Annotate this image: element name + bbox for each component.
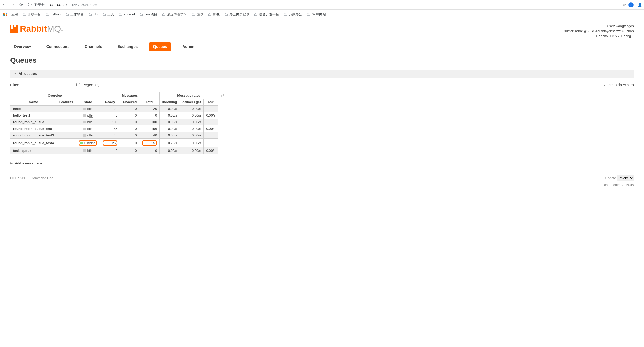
globe-icon[interactable]: ✕ <box>628 2 634 7</box>
plusminus-toggle[interactable]: +/- <box>221 92 225 98</box>
url-text: 47.244.28.93:15672/#/queues <box>50 3 97 7</box>
cell-ready: 156 <box>100 125 120 132</box>
col-state[interactable]: State <box>76 99 100 105</box>
back-icon[interactable]: ← <box>2 2 7 7</box>
browser-toolbar: ← → ⟳ ⓘ 不安全 | 47.244.28.93:15672/#/queue… <box>0 0 644 10</box>
section-all-queues[interactable]: ▼ All queues <box>10 70 634 78</box>
cmd-line-link[interactable]: Command Line <box>31 176 53 180</box>
user-icon[interactable]: 👤 <box>638 3 642 7</box>
col-ready[interactable]: Ready <box>100 99 120 105</box>
cell-incoming: 0.00/s <box>160 119 180 125</box>
folder-icon: 🗀 <box>65 12 69 16</box>
header-info: User: wangfangch Cluster: rabbit@iZj6c51… <box>563 24 634 39</box>
bookmark-folder[interactable]: 🗀工具 <box>102 12 114 17</box>
state-dot-icon <box>83 108 86 110</box>
col-deliver-get[interactable]: deliver / get <box>180 99 204 105</box>
bookmark-folder[interactable]: 🗀工作平台 <box>65 12 84 17</box>
group-rates: Message rates <box>160 92 218 99</box>
tab-queues[interactable]: Queues <box>149 42 171 51</box>
cell-features <box>57 112 76 119</box>
folder-icon: 🗀 <box>46 12 49 16</box>
table-row: round_robin_queue_testidle15601560.00/s0… <box>10 125 218 132</box>
cell-name[interactable]: round_robin_queue <box>10 119 57 125</box>
cell-deliver: 0.00/s <box>180 138 204 147</box>
bookmark-folder[interactable]: 🗀语音开发平台 <box>254 12 279 17</box>
erlang-link[interactable]: Erlang 1 <box>621 34 634 38</box>
cell-deliver: 0.00/s <box>180 119 204 125</box>
table-group-row: Overview Messages Message rates <box>10 92 218 99</box>
http-api-link[interactable]: HTTP API <box>10 176 25 180</box>
col-incoming[interactable]: incoming <box>160 99 180 105</box>
apps-icon[interactable] <box>3 13 7 16</box>
rabbitmq-logo[interactable]: RabbitMQ™ <box>10 24 64 34</box>
tab-admin[interactable]: Admin <box>179 42 198 51</box>
tab-exchanges[interactable]: Exchanges <box>114 42 141 51</box>
bookmark-label: 语音开发平台 <box>259 12 279 17</box>
update-select[interactable]: every <box>617 175 634 181</box>
footer: HTTP API | Command Line Update every <box>10 172 634 181</box>
bookmark-folder[interactable]: 🗀android <box>119 12 135 17</box>
cell-state: idle <box>76 112 100 119</box>
cell-name[interactable]: hello_test1 <box>10 112 57 119</box>
cell-name[interactable]: task_queue <box>10 147 57 154</box>
bookmark-folder[interactable]: 🗀java项目 <box>139 12 157 17</box>
bookmark-folder[interactable]: 🗀办公网页登录 <box>224 12 249 17</box>
cell-name[interactable]: round_robin_queue_test4 <box>10 138 57 147</box>
col-ack[interactable]: ack <box>204 99 218 105</box>
items-count: 7 items (show at m <box>604 83 634 87</box>
info-icon[interactable]: ⓘ <box>28 2 32 7</box>
col-total[interactable]: Total <box>139 99 160 105</box>
cluster-link[interactable]: rabbit@iZj6c51e3fbtaydnscnwf8Z <box>575 29 625 33</box>
cell-ack: 0.00/s <box>204 112 218 119</box>
url-bar[interactable]: ⓘ 不安全 | 47.244.28.93:15672/#/queues <box>25 2 620 7</box>
bookmark-folder[interactable]: 🗀python <box>46 12 61 17</box>
cell-name[interactable]: round_robin_queue_test <box>10 125 57 132</box>
cell-ack <box>204 132 218 138</box>
tab-overview[interactable]: Overview <box>10 42 35 51</box>
change-link[interactable]: (chan <box>625 29 634 33</box>
bookmark-folder[interactable]: 🗀面试 <box>192 12 203 17</box>
bookmark-folder[interactable]: 🗀开放平台 <box>23 12 41 17</box>
filter-label: Filter: <box>10 83 19 87</box>
cell-ready: 0 <box>100 112 120 119</box>
bookmark-label: 0218网站 <box>312 12 326 17</box>
add-queue-section[interactable]: ▶ Add a new queue <box>10 161 634 165</box>
regex-checkbox[interactable] <box>76 83 80 86</box>
reload-icon[interactable]: ⟳ <box>19 2 23 7</box>
regex-label: Regex <box>82 83 93 87</box>
tab-connections[interactable]: Connections <box>43 42 73 51</box>
apps-label[interactable]: 应用 <box>11 12 18 17</box>
folder-icon: 🗀 <box>88 12 92 16</box>
table-row: round_robin_queueidle10001000.00/s0.00/s <box>10 119 218 125</box>
cell-name[interactable]: round_robin_queue_test3 <box>10 132 57 138</box>
bookmark-label: 工具 <box>107 12 114 17</box>
bookmark-folder[interactable]: 🗀最近博客学习 <box>162 12 187 17</box>
folder-icon: 🗀 <box>119 12 122 16</box>
logo-rabbit: Rabbit <box>20 24 47 34</box>
bookmarks-bar: 应用 🗀开放平台🗀python🗀工作平台🗀H5🗀工具🗀android🗀java项… <box>0 10 644 19</box>
bookmark-folder[interactable]: 🗀万象办公 <box>284 12 302 17</box>
bookmark-folder[interactable]: 🗀影视 <box>208 12 220 17</box>
bookmark-folder[interactable]: 🗀0218网站 <box>307 12 326 17</box>
table-row: hello_test1idle0000.00/s0.00/s0.00/s <box>10 112 218 119</box>
col-name[interactable]: Name <box>10 99 57 105</box>
user-label: User: <box>607 24 615 28</box>
cell-name[interactable]: hello <box>10 105 57 112</box>
cell-deliver: 0.00/s <box>180 132 204 138</box>
page-body: Queues ▼ All queues Filter: Regex (?) 7 … <box>0 51 644 192</box>
update-label: Update <box>605 176 616 180</box>
table-row: round_robin_queue_test3idle400400.00/s0.… <box>10 132 218 138</box>
star-icon[interactable]: ☆ <box>622 2 626 7</box>
regex-help[interactable]: (?) <box>95 83 99 87</box>
tab-channels[interactable]: Channels <box>81 42 106 51</box>
filter-input[interactable] <box>22 82 73 88</box>
bookmark-folder[interactable]: 🗀H5 <box>88 12 98 17</box>
state-text: idle <box>87 120 92 124</box>
col-features[interactable]: Features <box>57 99 76 105</box>
queues-table: Overview Messages Message rates NameFeat… <box>10 92 218 154</box>
state-dot-icon <box>83 121 86 123</box>
filter-row: Filter: Regex (?) 7 items (show at m <box>10 82 634 88</box>
bookmark-label: 工作平台 <box>70 12 84 17</box>
forward-icon[interactable]: → <box>10 2 15 7</box>
col-unacked[interactable]: Unacked <box>120 99 139 105</box>
